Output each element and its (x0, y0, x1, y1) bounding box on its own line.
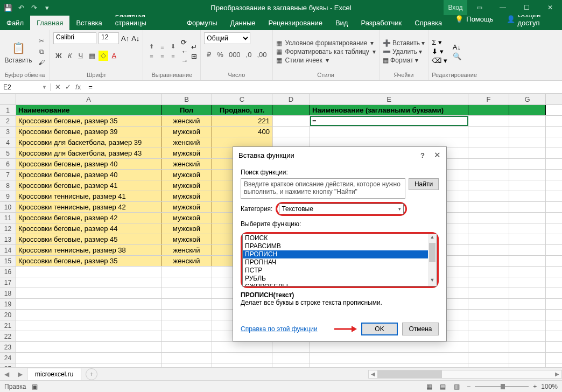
cell[interactable] (468, 191, 509, 201)
underline-button[interactable]: Ч (76, 51, 86, 61)
cell[interactable] (509, 159, 546, 169)
tab-home[interactable]: Главная (30, 16, 69, 30)
cell[interactable]: Кроссовки беговые, размер 45 (16, 234, 161, 244)
increase-indent-icon[interactable]: → (181, 57, 188, 65)
list-item[interactable]: ПОИСК (243, 234, 437, 242)
cell[interactable] (161, 331, 212, 341)
row-header[interactable]: 4 (0, 137, 16, 148)
font-size-select[interactable]: 12 (99, 32, 119, 44)
cell[interactable]: мужской (161, 234, 212, 244)
tab-review[interactable]: Рецензирование (262, 16, 329, 30)
col-header-e[interactable]: E (310, 94, 468, 104)
format-cells-button[interactable]: ▦ Формат ▾ (383, 57, 425, 64)
cell[interactable] (468, 288, 509, 298)
cell[interactable] (16, 320, 161, 331)
cell[interactable] (509, 267, 546, 277)
col-header-f[interactable]: F (468, 94, 509, 104)
redo-icon[interactable]: ↷ (29, 3, 39, 12)
cell[interactable] (468, 256, 509, 266)
minimize-icon[interactable]: ― (491, 0, 515, 15)
cell[interactable] (509, 256, 546, 266)
number-format-select[interactable]: Общий (204, 32, 250, 44)
cell[interactable] (468, 223, 509, 234)
align-center-icon[interactable]: ≡ (157, 52, 167, 61)
font-color-button[interactable]: А (109, 51, 119, 61)
search-function-input[interactable]: Введите краткое описание действия, котор… (241, 178, 405, 199)
cell[interactable] (509, 310, 546, 320)
row-header[interactable]: 2 (0, 116, 16, 126)
cell[interactable] (509, 213, 546, 223)
row-header[interactable]: 11 (0, 213, 16, 223)
cell[interactable]: женский (161, 159, 212, 169)
cell[interactable]: мужской (161, 148, 212, 158)
cell[interactable]: 221 (212, 116, 272, 126)
cell[interactable] (468, 299, 509, 309)
cell[interactable]: женский (161, 245, 212, 255)
row-header[interactable]: 3 (0, 127, 16, 137)
row-header[interactable]: 10 (0, 202, 16, 212)
row-header[interactable]: 20 (0, 310, 16, 320)
cell[interactable]: мужской (161, 202, 212, 212)
row-header[interactable]: 14 (0, 245, 16, 255)
list-item[interactable]: ПСТР (243, 267, 437, 275)
cell-styles-button[interactable]: ▦Стили ячеек ▾ (276, 57, 376, 64)
cell[interactable] (509, 202, 546, 212)
cell[interactable] (161, 267, 212, 277)
cell[interactable]: Кроссовки для баскетбола, размер 39 (16, 137, 161, 148)
cell[interactable] (161, 353, 212, 363)
cell[interactable] (509, 288, 546, 298)
font-name-select[interactable]: Calibri (53, 32, 96, 44)
save-icon[interactable]: 💾 (3, 3, 13, 12)
cell[interactable]: Кроссовки теннисные, размер 38 (16, 245, 161, 255)
tab-view[interactable]: Вид (329, 16, 355, 30)
cell[interactable]: мужской (161, 127, 212, 137)
cell[interactable] (468, 234, 509, 244)
col-header-b[interactable]: B (161, 94, 212, 104)
cell[interactable] (272, 127, 310, 137)
scroll-up-icon[interactable]: ▲ (428, 234, 437, 243)
row-header[interactable]: 23 (0, 342, 16, 352)
zoom-in-icon[interactable]: + (533, 383, 537, 390)
cell[interactable] (161, 299, 212, 309)
align-top-icon[interactable]: ⬆ (146, 43, 156, 51)
cell[interactable] (468, 353, 509, 363)
cell[interactable] (509, 234, 546, 244)
function-list-scrollbar[interactable]: ▲ ▼ (428, 234, 437, 286)
login-button[interactable]: Вход (444, 0, 467, 15)
paste-button[interactable]: 📋 Вставить (3, 38, 33, 65)
scroll-down-icon[interactable]: ▼ (428, 277, 437, 286)
cell[interactable] (468, 159, 509, 169)
cell[interactable] (509, 223, 546, 234)
row-header[interactable]: 12 (0, 223, 16, 234)
cancel-formula-icon[interactable]: ✕ (55, 83, 61, 91)
currency-icon[interactable]: ₽ (204, 50, 214, 60)
format-painter-icon[interactable]: 🖌 (37, 58, 46, 67)
autosum-icon[interactable]: Σ ▾ (432, 38, 447, 46)
cell[interactable] (468, 127, 509, 137)
tab-help[interactable]: Справка (408, 16, 448, 30)
find-button[interactable]: Найти (409, 178, 439, 190)
col-header-d[interactable]: D (272, 94, 310, 104)
cell[interactable]: женский (161, 256, 212, 266)
col-header-c[interactable]: C (212, 94, 272, 104)
dialog-titlebar[interactable]: Вставка функции ? ✕ (233, 147, 446, 163)
list-item[interactable]: ПРАВСИМВ (243, 242, 437, 250)
col-header-a[interactable]: A (16, 94, 161, 104)
dialog-help-icon[interactable]: ? (420, 151, 425, 159)
cell[interactable]: мужской (161, 223, 212, 234)
cell[interactable] (272, 116, 310, 126)
clear-icon[interactable]: ⌫ ▾ (432, 57, 447, 65)
increase-font-icon[interactable]: A↑ (121, 34, 129, 43)
cell[interactable]: Кроссовки беговые, размер 41 (16, 180, 161, 191)
maximize-icon[interactable]: ☐ (515, 0, 538, 15)
row-header[interactable]: 1 (0, 105, 16, 115)
copy-icon[interactable]: ⧉ (37, 47, 46, 57)
wrap-text-icon[interactable]: ↵ (191, 43, 197, 51)
cell[interactable]: мужской (161, 213, 212, 223)
ok-button[interactable]: OK (361, 323, 398, 335)
name-box[interactable]: E2▼ (0, 83, 51, 91)
cancel-button[interactable]: Отмена (402, 323, 439, 335)
cell[interactable] (16, 299, 161, 309)
italic-button[interactable]: К (65, 51, 75, 61)
increase-decimal-icon[interactable]: ,0 (244, 50, 254, 60)
